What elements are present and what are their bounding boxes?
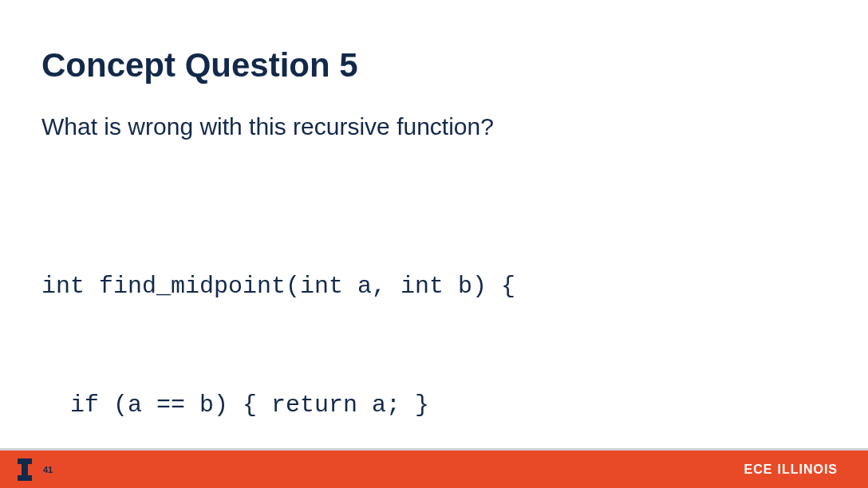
footer-left: 41 <box>18 458 53 481</box>
code-block: int find_midpoint(int a, int b) { if (a … <box>41 188 827 488</box>
code-line: if (a == b) { return a; } <box>41 386 827 426</box>
footer-bar: 41 ECE ILLINOIS <box>0 451 868 488</box>
slide-question: What is wrong with this recursive functi… <box>41 113 827 140</box>
code-line: int find_midpoint(int a, int b) { <box>41 267 827 307</box>
brand-name: ILLINOIS <box>777 462 838 477</box>
brand-prefix: ECE <box>744 462 773 477</box>
slide-title: Concept Question 5 <box>41 46 827 85</box>
slide-content: Concept Question 5 What is wrong with th… <box>0 0 868 488</box>
page-number: 41 <box>43 465 53 474</box>
illinois-logo-icon <box>18 458 32 481</box>
footer-brand: ECE ILLINOIS <box>744 462 838 477</box>
slide: Concept Question 5 What is wrong with th… <box>0 0 868 488</box>
